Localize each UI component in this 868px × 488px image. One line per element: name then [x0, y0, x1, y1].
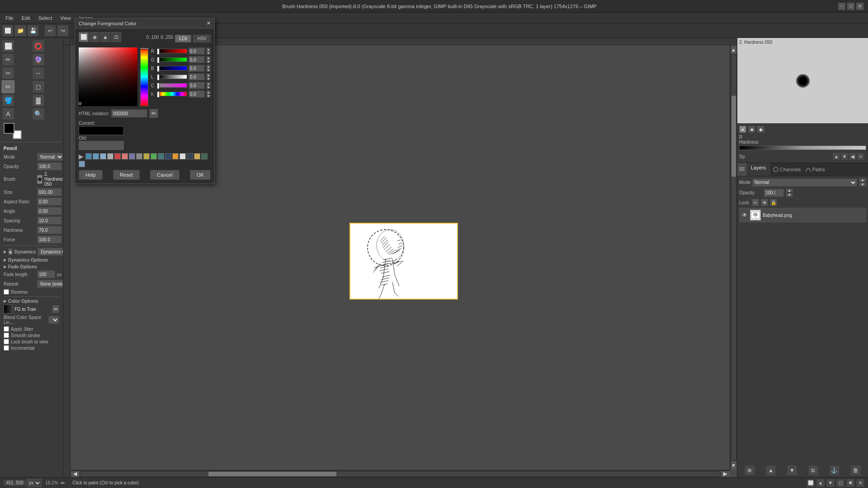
cancel-button[interactable]: Cancel — [150, 170, 179, 180]
gradient-preview[interactable] — [4, 305, 13, 314]
opacity-down-btn[interactable]: ▼ — [786, 193, 793, 197]
c-input[interactable] — [189, 82, 205, 89]
scroll-thumb-h[interactable] — [208, 472, 336, 476]
layer-opacity-input[interactable] — [764, 189, 784, 197]
redo-button[interactable]: ↪ — [57, 25, 69, 37]
undo-button[interactable]: ↩ — [44, 25, 56, 37]
scroll-right-btn[interactable]: ▶ — [721, 471, 730, 477]
reset-button[interactable]: Reset — [113, 170, 140, 180]
hardness-input[interactable] — [37, 226, 62, 234]
swatch-1[interactable] — [85, 153, 92, 160]
swatch-10[interactable] — [151, 153, 157, 160]
c-slider-track[interactable] — [158, 83, 187, 88]
help-button[interactable]: Help — [79, 170, 103, 180]
open-button[interactable]: 📁 — [14, 25, 26, 37]
swatch-11[interactable] — [158, 153, 164, 160]
r-slider-track[interactable] — [158, 49, 187, 53]
mode-up-btn[interactable]: ▲ — [859, 178, 866, 182]
r-down[interactable]: ▼ — [206, 51, 211, 55]
dynamics-options-arrow[interactable]: ▶ — [4, 258, 6, 262]
color-hue-bar[interactable] — [140, 47, 148, 106]
ok-button[interactable]: OK — [190, 170, 211, 180]
repeat-dropdown[interactable]: None (extend) — [37, 280, 63, 288]
cp-scale-icon[interactable]: ⚖ — [111, 32, 121, 42]
window-controls[interactable]: − □ ✕ — [838, 3, 863, 10]
swatch-17[interactable] — [201, 153, 208, 160]
c-down[interactable]: ▼ — [206, 85, 211, 89]
spacing-input[interactable] — [37, 216, 62, 225]
scroll-down-btn[interactable]: ▼ — [731, 461, 737, 470]
horizontal-scrollbar[interactable]: ◀ ▶ — [71, 470, 730, 477]
statusbar-icon-1[interactable]: ⬜ — [807, 479, 815, 487]
move-layer-up-btn[interactable]: ▲ — [766, 465, 776, 475]
color-arrow[interactable]: ▶ — [4, 299, 6, 303]
right-panel-scroll-left[interactable]: ◀ — [849, 153, 856, 160]
swatch-4[interactable] — [107, 153, 113, 160]
swatch-13[interactable] — [172, 153, 179, 160]
r-input[interactable] — [189, 47, 205, 55]
color-gradient-square[interactable] — [79, 47, 137, 106]
l-slider-track[interactable] — [158, 75, 187, 79]
dynamics-dropdown[interactable]: Dynamics Off — [38, 248, 63, 256]
g-up[interactable]: ▲ — [206, 56, 211, 60]
save-button[interactable]: 💾 — [27, 25, 39, 37]
swatch-6[interactable] — [122, 153, 128, 160]
fade-arrow[interactable]: ▶ — [4, 265, 6, 269]
b-up[interactable]: ▲ — [206, 65, 211, 68]
shape-circle[interactable]: ● — [739, 126, 746, 133]
lock-all-btn[interactable]: 🔒 — [770, 199, 777, 206]
shape-diamond[interactable]: ◆ — [757, 126, 764, 133]
l-up[interactable]: ▲ — [206, 73, 211, 77]
new-layer-from-visible-btn[interactable]: ⊕ — [745, 465, 755, 475]
tool-free-select[interactable]: ✏ — [2, 53, 14, 66]
foreground-color[interactable] — [4, 123, 14, 134]
close-button[interactable]: ✕ — [856, 3, 863, 10]
dynamics-arrow[interactable]: ▶ — [4, 250, 6, 254]
tab-lch[interactable]: LCh — [175, 35, 191, 42]
cp-spectrum-icon[interactable]: ⬜ — [79, 32, 89, 42]
tool-bucket[interactable]: 🪣 — [2, 94, 14, 107]
lock-brush-checkbox[interactable] — [4, 339, 9, 344]
swatch-14[interactable] — [179, 153, 186, 160]
apply-jitter-checkbox[interactable] — [4, 326, 9, 332]
swatches-arrow[interactable]: ▶ — [79, 153, 84, 160]
brush-preview-mini[interactable] — [37, 175, 42, 184]
b-input[interactable] — [189, 65, 205, 72]
tool-eraser[interactable]: ◻ — [32, 80, 45, 93]
zoom-pencil-icon[interactable]: ✏ — [61, 480, 65, 486]
move-layer-down-btn[interactable]: ▼ — [787, 465, 797, 475]
maximize-button[interactable]: □ — [847, 3, 854, 10]
layer-mode-dropdown[interactable]: Normal — [752, 178, 857, 187]
l-input[interactable] — [189, 73, 205, 80]
new-button[interactable]: ⬜ — [2, 25, 14, 37]
tool-text[interactable]: A — [2, 108, 14, 120]
vertical-scrollbar[interactable]: ▲ ▼ — [730, 45, 737, 470]
color-dialog-close-btn[interactable]: ✕ — [207, 20, 211, 26]
layer-visibility-eye[interactable]: 👁 — [741, 211, 748, 219]
html-eyedropper-btn[interactable]: ✏ — [149, 109, 158, 118]
tool-zoom[interactable]: 🔍 — [32, 108, 45, 120]
swatch-15[interactable] — [187, 153, 193, 160]
statusbar-icon-5[interactable]: ✱ — [846, 479, 854, 487]
shape-square[interactable]: ■ — [748, 126, 755, 133]
coord-unit-dropdown[interactable]: px — [27, 479, 42, 487]
right-panel-menu[interactable]: ≡ — [857, 153, 864, 160]
tab-layers[interactable]: Layers — [746, 163, 771, 176]
minimize-button[interactable]: − — [838, 3, 845, 10]
delete-layer-btn[interactable]: 🗑 — [851, 465, 861, 475]
tab-paths-btn[interactable]: Paths — [803, 163, 827, 176]
layer-item-babyhead[interactable]: 👁 Babyhead.png — [739, 208, 866, 222]
angle-input[interactable] — [37, 207, 62, 215]
mode-down-btn[interactable]: ▼ — [859, 183, 866, 187]
lock-position-btn[interactable]: ✚ — [761, 199, 768, 206]
statusbar-icon-4[interactable]: ◻ — [836, 479, 844, 487]
tool-fuzzy-select[interactable]: 🔮 — [32, 53, 45, 66]
b-down[interactable]: ▼ — [206, 68, 211, 72]
h-slider-track[interactable] — [158, 92, 187, 96]
g-slider-track[interactable] — [158, 57, 187, 62]
scroll-up-btn[interactable]: ▲ — [731, 45, 737, 54]
h-input[interactable] — [189, 90, 205, 98]
cp-triangle-icon[interactable]: ▲ — [100, 32, 110, 42]
c-up[interactable]: ▲ — [206, 82, 211, 85]
tool-gradient[interactable]: ▓ — [32, 94, 45, 107]
